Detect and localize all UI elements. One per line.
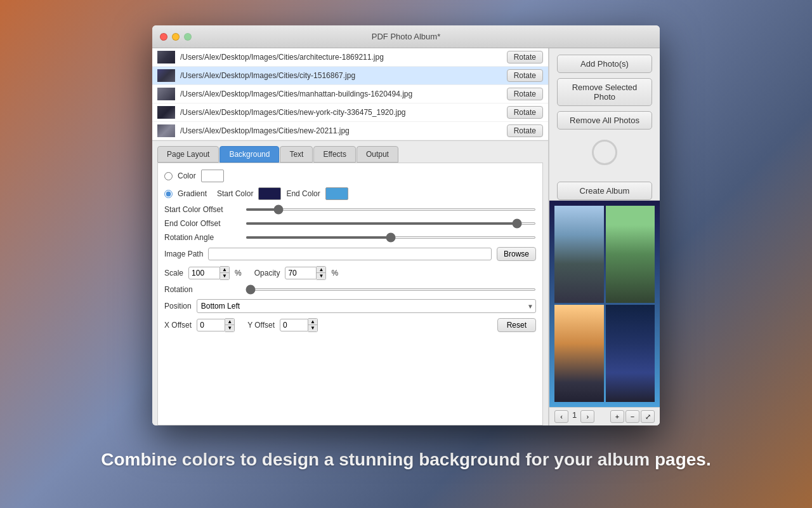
- tab-text[interactable]: Text: [280, 146, 313, 163]
- rotate-button[interactable]: Rotate: [507, 106, 543, 119]
- end-color-offset-slider[interactable]: [246, 222, 536, 225]
- rotation-angle-slider[interactable]: [246, 236, 536, 239]
- opacity-spinner: ▲ ▼: [285, 266, 326, 280]
- end-color-offset-label: End Color Offset: [164, 219, 240, 228]
- y-offset-up-btn[interactable]: ▲: [308, 319, 317, 325]
- color-radio[interactable]: [164, 172, 173, 180]
- x-offset-label: X Offset: [164, 321, 192, 330]
- y-offset-input[interactable]: [280, 319, 308, 331]
- gradient-radio[interactable]: [164, 190, 173, 198]
- rotation-row: Rotation: [164, 285, 536, 294]
- expand-icon: ⤢: [645, 413, 651, 421]
- browse-button[interactable]: Browse: [497, 247, 536, 261]
- x-offset-input[interactable]: [197, 319, 225, 331]
- end-color-label: End Color: [286, 189, 320, 198]
- photo-row[interactable]: /Users/Alex/Desktop/Images/Cities/archit…: [152, 48, 548, 67]
- bottom-caption: Combine colors to design a stunning back…: [0, 450, 812, 470]
- preview-photo-1: [554, 206, 604, 303]
- prev-icon: ‹: [560, 413, 563, 420]
- zoom-out-icon: −: [631, 413, 634, 420]
- x-offset-up-btn[interactable]: ▲: [225, 319, 234, 325]
- tab-page-layout[interactable]: Page Layout: [157, 146, 219, 163]
- preview-nav: ‹ 1 › + −: [549, 407, 660, 425]
- opacity-up-btn[interactable]: ▲: [317, 267, 325, 273]
- prev-page-button[interactable]: ‹: [554, 410, 568, 423]
- tab-output[interactable]: Output: [357, 146, 398, 163]
- rotation-slider[interactable]: [246, 288, 536, 291]
- opacity-label: Opacity: [254, 269, 280, 277]
- start-color-label: Start Color: [217, 189, 253, 198]
- app-window: PDF Photo Album* /Users/Alex/Desktop/Ima…: [152, 25, 660, 425]
- start-color-offset-slider[interactable]: [246, 208, 536, 211]
- close-button[interactable]: [160, 33, 167, 41]
- background-settings: Color Gradient Start Color End Color: [164, 170, 536, 332]
- maximize-button[interactable]: [184, 33, 192, 41]
- remove-selected-button[interactable]: Remove Selected Photo: [557, 78, 652, 106]
- preview-area: ‹ 1 › + −: [549, 201, 660, 425]
- photo-row[interactable]: /Users/Alex/Desktop/Images/Cities/manhat…: [152, 85, 548, 104]
- zoom-in-icon: +: [615, 413, 619, 420]
- loading-spinner: [592, 140, 617, 165]
- opacity-input[interactable]: [285, 267, 317, 279]
- position-select[interactable]: Bottom Left Top Left Top Center Top Righ…: [197, 299, 536, 313]
- scale-label: Scale: [164, 269, 183, 277]
- opacity-down-btn[interactable]: ▼: [317, 273, 325, 279]
- main-content: /Users/Alex/Desktop/Images/Cities/archit…: [152, 48, 660, 425]
- tab-area: Page Layout Background Text Effects Outp…: [152, 141, 548, 425]
- remove-all-button[interactable]: Remove All Photos: [557, 111, 652, 130]
- scale-spinner-btns: ▲ ▼: [220, 266, 230, 280]
- next-page-button[interactable]: ›: [580, 410, 594, 423]
- rotation-label: Rotation: [164, 285, 240, 294]
- rotate-button[interactable]: Rotate: [507, 69, 543, 82]
- reset-button[interactable]: Reset: [497, 318, 536, 332]
- preview-photo-2: [606, 206, 655, 303]
- photo-thumbnail: [157, 51, 175, 64]
- expand-button[interactable]: ⤢: [641, 410, 655, 423]
- opacity-unit: %: [331, 269, 338, 277]
- rotate-button[interactable]: Rotate: [507, 51, 543, 64]
- zoom-out-button[interactable]: −: [625, 410, 639, 423]
- rotate-button[interactable]: Rotate: [507, 88, 543, 100]
- rotate-button[interactable]: Rotate: [507, 124, 543, 137]
- y-offset-down-btn[interactable]: ▼: [308, 325, 317, 331]
- y-offset-spinner: ▲ ▼: [280, 318, 318, 332]
- create-album-button[interactable]: Create Album: [557, 182, 652, 200]
- photo-row[interactable]: /Users/Alex/Desktop/Images/Cities/new-20…: [152, 122, 548, 140]
- minimize-button[interactable]: [172, 33, 180, 41]
- opacity-spinner-btns: ▲ ▼: [317, 266, 326, 280]
- start-color-swatch[interactable]: [258, 187, 281, 200]
- color-row: Color: [164, 170, 536, 182]
- x-offset-spinner: ▲ ▼: [197, 318, 235, 332]
- photo-row[interactable]: /Users/Alex/Desktop/Images/Cities/new-yo…: [152, 104, 548, 122]
- page-number: 1: [572, 410, 577, 423]
- scale-down-btn[interactable]: ▼: [220, 273, 229, 279]
- photo-row[interactable]: /Users/Alex/Desktop/Images/Cities/city-1…: [152, 67, 548, 85]
- photo-path: /Users/Alex/Desktop/Images/Cities/new-yo…: [180, 108, 507, 117]
- scale-unit: %: [235, 269, 242, 277]
- scale-input[interactable]: [188, 267, 220, 279]
- scale-up-btn[interactable]: ▲: [220, 267, 229, 273]
- tab-background[interactable]: Background: [219, 146, 279, 163]
- next-icon: ›: [586, 413, 589, 420]
- x-offset-down-btn[interactable]: ▼: [225, 325, 234, 331]
- window-title: PDF Photo Album*: [372, 32, 440, 41]
- y-offset-label: Y Offset: [247, 321, 275, 330]
- add-photos-button[interactable]: Add Photo(s): [557, 55, 652, 73]
- color-swatch-white[interactable]: [201, 170, 224, 182]
- zoom-controls: + − ⤢: [610, 410, 655, 423]
- tab-effects[interactable]: Effects: [313, 146, 355, 163]
- x-offset-spinner-btns: ▲ ▼: [225, 318, 235, 332]
- image-path-input[interactable]: [208, 248, 492, 260]
- position-label: Position: [164, 302, 192, 311]
- photo-path: /Users/Alex/Desktop/Images/Cities/manhat…: [180, 90, 507, 98]
- photo-thumbnail: [157, 124, 175, 137]
- end-color-swatch[interactable]: [325, 187, 348, 200]
- controls-panel: /Users/Alex/Desktop/Images/Cities/archit…: [152, 48, 548, 425]
- color-label: Color: [178, 171, 196, 180]
- titlebar: PDF Photo Album*: [152, 25, 660, 48]
- photo-path: /Users/Alex/Desktop/Images/Cities/archit…: [180, 53, 507, 62]
- tab-bar: Page Layout Background Text Effects Outp…: [152, 141, 548, 163]
- zoom-in-button[interactable]: +: [610, 410, 624, 423]
- preview-canvas: [549, 201, 660, 407]
- start-color-offset-label: Start Color Offset: [164, 205, 240, 214]
